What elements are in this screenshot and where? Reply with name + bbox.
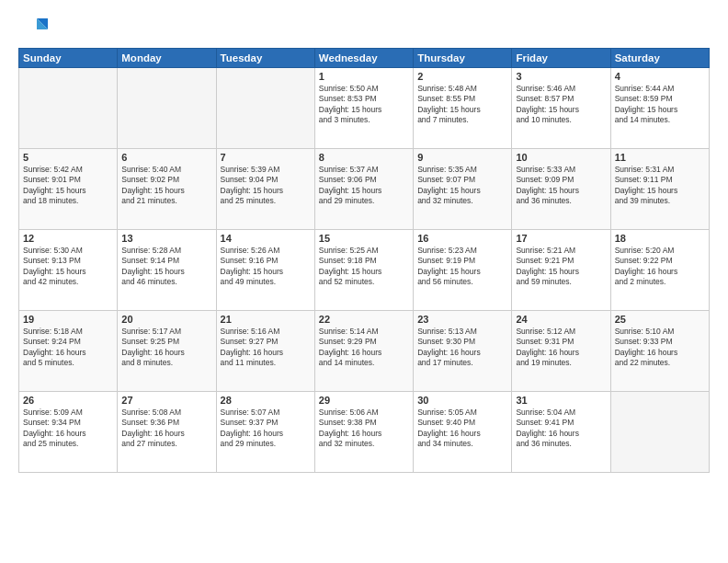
day-info: Sunrise: 5:09 AM Sunset: 9:34 PM Dayligh… <box>23 408 113 450</box>
day-info: Sunrise: 5:05 AM Sunset: 9:40 PM Dayligh… <box>417 408 507 450</box>
day-info: Sunrise: 5:08 AM Sunset: 9:36 PM Dayligh… <box>121 408 211 450</box>
calendar-cell: 31Sunrise: 5:04 AM Sunset: 9:41 PM Dayli… <box>512 392 610 473</box>
calendar-cell: 21Sunrise: 5:16 AM Sunset: 9:27 PM Dayli… <box>216 311 314 392</box>
calendar-cell: 7Sunrise: 5:39 AM Sunset: 9:04 PM Daylig… <box>216 149 314 230</box>
calendar-week-1: 1Sunrise: 5:50 AM Sunset: 8:53 PM Daylig… <box>19 68 710 149</box>
day-number: 31 <box>516 395 606 406</box>
day-info: Sunrise: 5:12 AM Sunset: 9:31 PM Dayligh… <box>516 327 606 369</box>
weekday-header-wednesday: Wednesday <box>314 49 413 68</box>
logo-icon <box>18 15 48 40</box>
day-number: 11 <box>615 152 705 163</box>
day-info: Sunrise: 5:18 AM Sunset: 9:24 PM Dayligh… <box>23 327 113 369</box>
day-number: 20 <box>121 314 211 325</box>
day-info: Sunrise: 5:44 AM Sunset: 8:59 PM Dayligh… <box>615 84 705 126</box>
day-info: Sunrise: 5:04 AM Sunset: 9:41 PM Dayligh… <box>516 408 606 450</box>
calendar-week-4: 19Sunrise: 5:18 AM Sunset: 9:24 PM Dayli… <box>19 311 710 392</box>
day-number: 18 <box>615 233 705 244</box>
day-number: 8 <box>319 152 409 163</box>
day-number: 1 <box>319 71 409 82</box>
calendar-cell: 29Sunrise: 5:06 AM Sunset: 9:38 PM Dayli… <box>314 392 413 473</box>
day-number: 30 <box>417 395 507 406</box>
day-info: Sunrise: 5:07 AM Sunset: 9:37 PM Dayligh… <box>221 408 311 450</box>
day-number: 7 <box>221 152 311 163</box>
day-number: 13 <box>121 233 211 244</box>
page: SundayMondayTuesdayWednesdayThursdayFrid… <box>0 0 728 563</box>
calendar-cell: 26Sunrise: 5:09 AM Sunset: 9:34 PM Dayli… <box>19 392 118 473</box>
calendar: SundayMondayTuesdayWednesdayThursdayFrid… <box>18 48 710 473</box>
calendar-week-2: 5Sunrise: 5:42 AM Sunset: 9:01 PM Daylig… <box>19 149 710 230</box>
day-info: Sunrise: 5:30 AM Sunset: 9:13 PM Dayligh… <box>23 246 113 288</box>
weekday-header-row: SundayMondayTuesdayWednesdayThursdayFrid… <box>19 49 710 68</box>
calendar-cell: 24Sunrise: 5:12 AM Sunset: 9:31 PM Dayli… <box>512 311 610 392</box>
header <box>18 15 710 40</box>
calendar-cell: 15Sunrise: 5:25 AM Sunset: 9:18 PM Dayli… <box>314 230 413 311</box>
day-info: Sunrise: 5:48 AM Sunset: 8:55 PM Dayligh… <box>417 84 507 126</box>
day-number: 26 <box>23 395 113 406</box>
day-number: 27 <box>121 395 211 406</box>
calendar-cell: 4Sunrise: 5:44 AM Sunset: 8:59 PM Daylig… <box>610 68 709 149</box>
calendar-cell: 1Sunrise: 5:50 AM Sunset: 8:53 PM Daylig… <box>314 68 413 149</box>
calendar-cell: 12Sunrise: 5:30 AM Sunset: 9:13 PM Dayli… <box>19 230 118 311</box>
day-info: Sunrise: 5:37 AM Sunset: 9:06 PM Dayligh… <box>319 165 409 207</box>
day-info: Sunrise: 5:42 AM Sunset: 9:01 PM Dayligh… <box>23 165 113 207</box>
day-number: 5 <box>23 152 113 163</box>
day-info: Sunrise: 5:06 AM Sunset: 9:38 PM Dayligh… <box>319 408 409 450</box>
day-info: Sunrise: 5:20 AM Sunset: 9:22 PM Dayligh… <box>615 246 705 288</box>
calendar-cell: 2Sunrise: 5:48 AM Sunset: 8:55 PM Daylig… <box>414 68 512 149</box>
calendar-cell: 19Sunrise: 5:18 AM Sunset: 9:24 PM Dayli… <box>19 311 118 392</box>
day-info: Sunrise: 5:10 AM Sunset: 9:33 PM Dayligh… <box>615 327 705 369</box>
day-number: 16 <box>417 233 507 244</box>
logo <box>18 15 50 40</box>
day-info: Sunrise: 5:50 AM Sunset: 8:53 PM Dayligh… <box>319 84 409 126</box>
weekday-header-monday: Monday <box>118 49 216 68</box>
weekday-header-tuesday: Tuesday <box>216 49 314 68</box>
calendar-week-3: 12Sunrise: 5:30 AM Sunset: 9:13 PM Dayli… <box>19 230 710 311</box>
calendar-cell: 17Sunrise: 5:21 AM Sunset: 9:21 PM Dayli… <box>512 230 610 311</box>
day-number: 15 <box>319 233 409 244</box>
calendar-cell: 14Sunrise: 5:26 AM Sunset: 9:16 PM Dayli… <box>216 230 314 311</box>
day-info: Sunrise: 5:13 AM Sunset: 9:30 PM Dayligh… <box>417 327 507 369</box>
day-info: Sunrise: 5:31 AM Sunset: 9:11 PM Dayligh… <box>615 165 705 207</box>
day-number: 21 <box>221 314 311 325</box>
day-info: Sunrise: 5:46 AM Sunset: 8:57 PM Dayligh… <box>516 84 606 126</box>
day-info: Sunrise: 5:21 AM Sunset: 9:21 PM Dayligh… <box>516 246 606 288</box>
calendar-cell: 13Sunrise: 5:28 AM Sunset: 9:14 PM Dayli… <box>118 230 216 311</box>
day-number: 3 <box>516 71 606 82</box>
weekday-header-saturday: Saturday <box>610 49 709 68</box>
day-info: Sunrise: 5:14 AM Sunset: 9:29 PM Dayligh… <box>319 327 409 369</box>
calendar-cell: 28Sunrise: 5:07 AM Sunset: 9:37 PM Dayli… <box>216 392 314 473</box>
day-number: 19 <box>23 314 113 325</box>
day-number: 29 <box>319 395 409 406</box>
calendar-cell: 6Sunrise: 5:40 AM Sunset: 9:02 PM Daylig… <box>118 149 216 230</box>
day-number: 17 <box>516 233 606 244</box>
day-number: 10 <box>516 152 606 163</box>
svg-rect-2 <box>18 18 37 40</box>
calendar-cell: 25Sunrise: 5:10 AM Sunset: 9:33 PM Dayli… <box>610 311 709 392</box>
day-number: 9 <box>417 152 507 163</box>
day-number: 12 <box>23 233 113 244</box>
calendar-cell: 23Sunrise: 5:13 AM Sunset: 9:30 PM Dayli… <box>414 311 512 392</box>
day-number: 14 <box>221 233 311 244</box>
day-info: Sunrise: 5:28 AM Sunset: 9:14 PM Dayligh… <box>121 246 211 288</box>
calendar-cell: 10Sunrise: 5:33 AM Sunset: 9:09 PM Dayli… <box>512 149 610 230</box>
calendar-body: 1Sunrise: 5:50 AM Sunset: 8:53 PM Daylig… <box>19 68 710 473</box>
calendar-cell: 11Sunrise: 5:31 AM Sunset: 9:11 PM Dayli… <box>610 149 709 230</box>
calendar-cell: 9Sunrise: 5:35 AM Sunset: 9:07 PM Daylig… <box>414 149 512 230</box>
calendar-cell: 3Sunrise: 5:46 AM Sunset: 8:57 PM Daylig… <box>512 68 610 149</box>
day-info: Sunrise: 5:17 AM Sunset: 9:25 PM Dayligh… <box>121 327 211 369</box>
calendar-cell: 5Sunrise: 5:42 AM Sunset: 9:01 PM Daylig… <box>19 149 118 230</box>
calendar-week-5: 26Sunrise: 5:09 AM Sunset: 9:34 PM Dayli… <box>19 392 710 473</box>
day-info: Sunrise: 5:40 AM Sunset: 9:02 PM Dayligh… <box>121 165 211 207</box>
calendar-cell <box>118 68 216 149</box>
day-info: Sunrise: 5:33 AM Sunset: 9:09 PM Dayligh… <box>516 165 606 207</box>
day-info: Sunrise: 5:39 AM Sunset: 9:04 PM Dayligh… <box>221 165 311 207</box>
calendar-cell: 20Sunrise: 5:17 AM Sunset: 9:25 PM Dayli… <box>118 311 216 392</box>
calendar-cell <box>216 68 314 149</box>
calendar-cell: 27Sunrise: 5:08 AM Sunset: 9:36 PM Dayli… <box>118 392 216 473</box>
day-number: 25 <box>615 314 705 325</box>
calendar-header: SundayMondayTuesdayWednesdayThursdayFrid… <box>19 49 710 68</box>
day-number: 6 <box>121 152 211 163</box>
day-number: 24 <box>516 314 606 325</box>
day-info: Sunrise: 5:16 AM Sunset: 9:27 PM Dayligh… <box>221 327 311 369</box>
weekday-header-thursday: Thursday <box>414 49 512 68</box>
